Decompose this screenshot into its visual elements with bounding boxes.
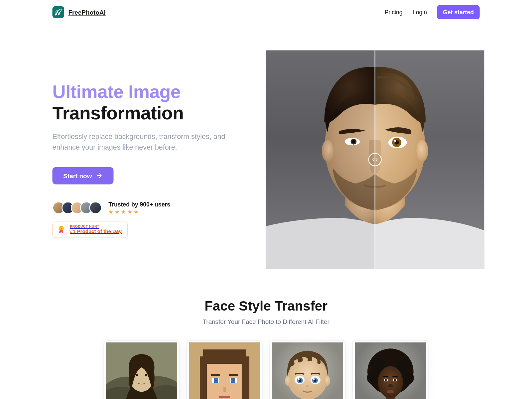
hero-left: Ultimate Image Transformation Effortless… <box>53 81 245 238</box>
hero-title: Ultimate Image Transformation <box>53 81 245 124</box>
star-icon: ★ <box>127 208 132 215</box>
avatar <box>89 201 102 214</box>
product-hunt-badge[interactable]: 1 PRODUCT HUNT #1 Product of the Day <box>53 221 128 238</box>
before-image <box>266 50 375 269</box>
section-subtitle: Transfer Your Face Photo to Different AI… <box>53 318 480 325</box>
filter-card-3d-cartoon[interactable] <box>270 340 345 399</box>
svg-point-16 <box>136 374 138 376</box>
face-style-section: Face Style Transfer Transfer Your Face P… <box>53 294 480 399</box>
star-icon: ★ <box>115 208 120 215</box>
filter-thumb <box>189 342 260 399</box>
filter-card-classical[interactable] <box>104 340 179 399</box>
arrows-horizontal-icon <box>372 156 378 163</box>
svg-point-17 <box>145 374 148 376</box>
svg-point-55 <box>385 379 387 381</box>
before-after-compare[interactable] <box>266 50 484 269</box>
svg-point-42 <box>313 378 315 380</box>
hero-title-main: Transformation <box>53 103 184 123</box>
logo-link[interactable]: FreePhotoAI <box>53 6 106 18</box>
hero-right <box>266 50 484 269</box>
hero-title-accent: Ultimate Image <box>53 81 181 102</box>
social-proof-row: Trusted by 900+ users ★ ★ ★ ★ ★ <box>53 201 245 215</box>
start-now-button[interactable]: Start now <box>53 167 114 184</box>
svg-point-43 <box>306 385 309 387</box>
filter-thumb <box>355 342 426 399</box>
svg-point-7 <box>322 140 333 162</box>
trust-text: Trusted by 900+ users ★ ★ ★ ★ ★ <box>108 201 170 215</box>
rocket-icon <box>53 6 64 18</box>
svg-point-57 <box>394 379 396 381</box>
get-started-label: Get started <box>443 9 474 15</box>
svg-text:1: 1 <box>61 227 62 230</box>
svg-point-12 <box>394 140 396 142</box>
ph-text-wrap: PRODUCT HUNT #1 Product of the Day <box>70 225 121 234</box>
filter-grid <box>53 340 480 399</box>
svg-point-45 <box>324 376 330 386</box>
svg-rect-31 <box>223 387 226 392</box>
filter-card-portrait[interactable] <box>353 340 428 399</box>
site-header: FreePhotoAI Pricing Login Get started <box>53 0 480 24</box>
filter-thumb <box>272 342 343 399</box>
svg-rect-28 <box>211 374 220 376</box>
hero-section: Ultimate Image Transformation Effortless… <box>53 24 480 294</box>
svg-point-44 <box>285 376 291 386</box>
svg-rect-25 <box>214 378 218 383</box>
svg-point-38 <box>298 378 300 380</box>
svg-rect-30 <box>219 396 230 399</box>
medal-icon: 1 <box>57 225 66 234</box>
hero-subtitle: Effortlessly replace backgrounds, transf… <box>53 131 228 153</box>
svg-point-59 <box>387 390 394 393</box>
star-icon: ★ <box>121 208 126 215</box>
avatar-stack <box>53 201 102 214</box>
filter-thumb <box>106 342 177 399</box>
svg-point-13 <box>416 140 428 162</box>
star-icon: ★ <box>134 208 139 215</box>
after-image <box>375 50 484 269</box>
get-started-button[interactable]: Get started <box>437 5 479 19</box>
svg-rect-20 <box>200 356 207 399</box>
section-title: Face Style Transfer <box>53 298 480 314</box>
top-nav: FreePhotoAI Pricing Login Get started <box>53 5 480 19</box>
brand-name: FreePhotoAI <box>68 9 105 16</box>
hero-cta-wrap: Start now <box>53 167 245 184</box>
star-icon: ★ <box>108 208 113 215</box>
arrow-right-icon <box>96 172 103 179</box>
start-now-label: Start now <box>63 172 92 179</box>
svg-rect-21 <box>242 356 249 399</box>
ph-title: #1 Product of the Day <box>70 229 121 234</box>
compare-slider-handle[interactable] <box>368 153 382 166</box>
svg-point-6 <box>352 140 355 143</box>
nav-pricing[interactable]: Pricing <box>385 9 403 15</box>
svg-rect-27 <box>231 378 235 383</box>
star-rating: ★ ★ ★ ★ ★ <box>108 208 170 215</box>
nav-login[interactable]: Login <box>413 9 427 15</box>
svg-point-58 <box>388 384 393 387</box>
nav-right: Pricing Login Get started <box>385 5 480 19</box>
trusted-by-label: Trusted by 900+ users <box>108 201 170 207</box>
filter-card-pixel[interactable] <box>187 340 262 399</box>
svg-rect-29 <box>229 374 238 376</box>
